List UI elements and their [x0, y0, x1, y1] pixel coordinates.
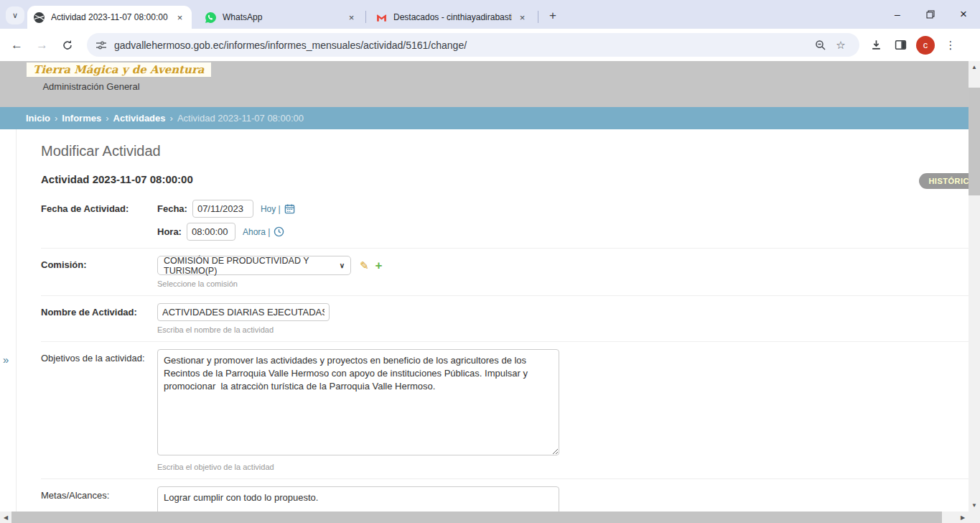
field-label-objetivos: Objetivos de la actividad:	[41, 349, 157, 471]
comision-select[interactable]: COMISIÓN DE PRODUCTIVIDAD Y TURISMO(P) ∨	[157, 256, 351, 275]
tab-search-button[interactable]: ∨	[6, 6, 24, 24]
horizontal-scrollbar-thumb[interactable]	[11, 512, 942, 523]
vertical-scrollbar-thumb[interactable]	[969, 88, 980, 195]
globe-favicon-icon	[33, 11, 45, 24]
site-logo[interactable]: Tierra Mágica y de Aventura	[27, 63, 211, 77]
form-row-comision: Comisión: COMISIÓN DE PRODUCTIVIDAD Y TU…	[41, 249, 969, 296]
breadcrumb-actividades[interactable]: Actividades	[113, 113, 166, 124]
breadcrumb-separator: ›	[170, 113, 173, 124]
clock-icon[interactable]	[274, 226, 284, 237]
historic-button[interactable]: HISTÓRICO	[919, 173, 969, 189]
profile-avatar[interactable]: c	[916, 36, 935, 55]
toolbar-right: c ⋮	[864, 35, 963, 55]
scrollbar-corner	[969, 512, 980, 523]
tab-title: WhatsApp	[223, 12, 341, 22]
forward-button[interactable]: →	[29, 33, 55, 57]
form-row-objetivos: Objetivos de la actividad: Gestionar y p…	[41, 342, 969, 479]
breadcrumb-inicio[interactable]: Inicio	[26, 113, 50, 124]
close-tab-icon[interactable]: ×	[174, 11, 186, 24]
site-settings-icon[interactable]	[95, 40, 107, 51]
date-sublabel: Fecha:	[157, 203, 187, 214]
objetivos-textarea[interactable]: Gestionar y promover las actividades y p…	[157, 349, 559, 455]
zoom-out-icon[interactable]	[811, 35, 831, 55]
time-input[interactable]	[187, 223, 235, 241]
help-text-objetivos: Escriba el objetivo de la actividad	[157, 463, 969, 471]
tab-actividad[interactable]: Actividad 2023-11-07 08:00:00 ×	[27, 6, 192, 29]
reload-button[interactable]	[55, 33, 80, 57]
form-row-fecha: Fecha de Actividad: Fecha: Hoy |	[41, 193, 969, 249]
comision-selected-value: COMISIÓN DE PRODUCTIVIDAD Y TURISMO(P)	[164, 256, 340, 276]
restore-icon	[926, 10, 935, 19]
tab-whatsapp[interactable]: WhatsApp ×	[199, 6, 363, 29]
scroll-right-icon[interactable]: ▶	[957, 514, 969, 521]
vertical-scrollbar[interactable]: ▲ ▼	[969, 61, 980, 512]
tab-title: Destacados - cinthiayadirabasti	[393, 12, 512, 22]
gmail-favicon-icon	[375, 11, 388, 24]
field-label-comision: Comisión:	[41, 256, 157, 288]
bookmark-star-icon[interactable]: ☆	[831, 35, 851, 55]
tab-divider	[365, 11, 366, 23]
tab-title: Actividad 2023-11-07 08:00:00	[51, 12, 169, 22]
breadcrumb-current: Actividad 2023-11-07 08:00:00	[177, 113, 304, 124]
whatsapp-favicon-icon	[205, 11, 217, 24]
breadcrumb-informes[interactable]: Informes	[62, 113, 101, 124]
browser-toolbar: ← → gadvallehermoso.gob.ec/informes/info…	[0, 29, 980, 61]
tab-divider	[538, 11, 538, 23]
edit-comision-icon[interactable]: ✎	[360, 259, 369, 272]
scroll-up-icon[interactable]: ▲	[969, 64, 980, 70]
scroll-left-icon[interactable]: ◀	[0, 514, 11, 521]
horizontal-scrollbar[interactable]: ◀ ▶	[0, 512, 969, 523]
back-button[interactable]: ←	[4, 33, 29, 57]
breadcrumb-separator: ›	[106, 113, 108, 124]
close-window-button[interactable]: ×	[947, 0, 980, 29]
chevron-down-icon: ∨	[340, 262, 345, 269]
breadcrumb: Inicio › Informes › Actividades › Activi…	[0, 107, 969, 129]
page-content: » Modificar Actividad HISTÓRICO Activida…	[0, 129, 969, 512]
now-shortcut[interactable]: Ahora |	[243, 226, 284, 237]
form-row-nombre: Nombre de Actividad: Escriba el nombre d…	[41, 296, 969, 342]
help-text-comision: Seleccione la comisión	[157, 279, 969, 288]
help-text-nombre: Escriba el nombre de la actividad	[157, 325, 969, 334]
field-label-metas: Metas/Alcances:	[41, 486, 157, 512]
scroll-down-icon[interactable]: ▼	[969, 502, 980, 509]
close-tab-icon[interactable]: ×	[345, 11, 358, 24]
today-shortcut[interactable]: Hoy |	[261, 203, 295, 214]
nombre-input[interactable]	[157, 303, 330, 321]
minimize-button[interactable]: –	[881, 0, 914, 29]
sidebar-expand-toggle[interactable]: »	[3, 353, 9, 366]
restore-button[interactable]	[914, 0, 947, 29]
tab-gmail[interactable]: Destacados - cinthiayadirabasti ×	[370, 6, 534, 29]
address-bar[interactable]: gadvallehermoso.gob.ec/informes/informes…	[87, 33, 859, 57]
site-subtitle: Administración General	[27, 81, 156, 92]
browser-titlebar: ∨ Actividad 2023-11-07 08:00:00 × WhatsA…	[0, 0, 980, 29]
browser-window: ∨ Actividad 2023-11-07 08:00:00 × WhatsA…	[0, 0, 980, 523]
chevron-down-icon: ∨	[12, 11, 18, 20]
metas-textarea[interactable]: Lograr cumplir con todo lo propuesto.	[157, 486, 559, 512]
field-label-fecha: Fecha de Actividad:	[41, 200, 157, 241]
time-sublabel: Hora:	[157, 226, 182, 237]
calendar-icon[interactable]	[284, 203, 295, 214]
add-comision-icon[interactable]: +	[375, 259, 383, 273]
download-icon[interactable]	[864, 35, 888, 55]
page-title: Modificar Actividad	[41, 143, 969, 159]
object-title: Actividad 2023-11-07 08:00:00	[41, 173, 969, 185]
url-text[interactable]: gadvallehermoso.gob.ec/informes/informes…	[114, 40, 811, 51]
form-row-metas: Metas/Alcances: Lograr cumplir con todo …	[41, 479, 969, 512]
field-label-nombre: Nombre de Actividad:	[41, 303, 157, 334]
change-form: Modificar Actividad HISTÓRICO Actividad …	[17, 143, 969, 512]
now-link[interactable]: Ahora |	[243, 227, 270, 237]
breadcrumb-separator: ›	[55, 113, 57, 124]
new-tab-button[interactable]: +	[543, 6, 562, 25]
close-tab-icon[interactable]: ×	[516, 11, 528, 24]
side-panel-icon[interactable]	[888, 35, 913, 55]
browser-menu-icon[interactable]: ⋮	[938, 35, 963, 55]
today-link[interactable]: Hoy |	[261, 204, 281, 214]
window-controls: – ×	[881, 0, 980, 29]
reload-icon	[62, 40, 73, 51]
date-input[interactable]	[192, 200, 253, 218]
form-fieldset: Fecha de Actividad: Fecha: Hoy |	[41, 193, 969, 512]
site-header: Tierra Mágica y de Aventura Administraci…	[0, 61, 969, 107]
